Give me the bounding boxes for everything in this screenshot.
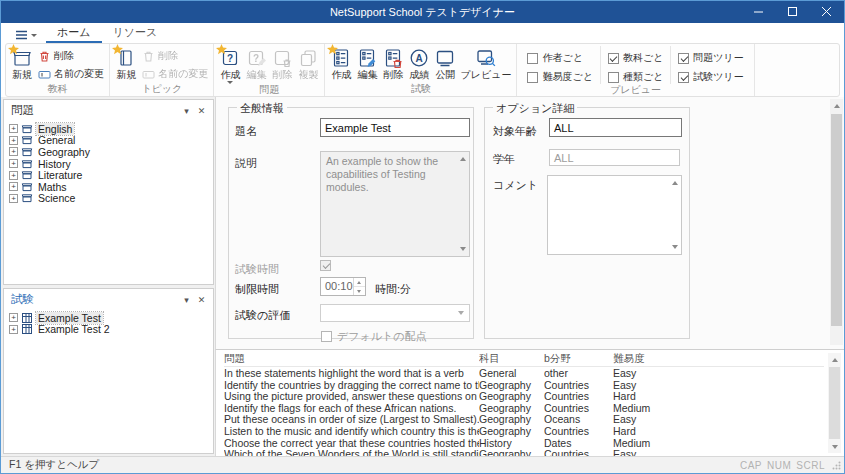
edit-question-button[interactable]: ? 編集 — [243, 46, 269, 80]
preview-check-item[interactable]: 教科ごと — [608, 51, 663, 65]
preview-check-label: 試験ツリー — [693, 70, 743, 84]
expand-plus-icon[interactable]: + — [9, 171, 18, 180]
delete-subject-button[interactable]: 削除 — [38, 49, 104, 63]
rename-subject-button[interactable]: 名前の変更 — [38, 67, 104, 81]
spinner-up-button[interactable] — [354, 278, 365, 287]
preview-check-item[interactable]: 種類ごと — [608, 70, 663, 84]
question-category-general[interactable]: +General — [9, 135, 213, 147]
exam-item-example-test[interactable]: +Example Test — [9, 312, 213, 324]
preview-check-item[interactable]: 難易度ごと — [527, 70, 592, 84]
column-header-item[interactable]: 問題 — [224, 352, 479, 366]
panel-close-button[interactable]: ✕ — [194, 104, 209, 118]
default-points-checkbox[interactable]: デフォルトの配点 — [321, 329, 427, 344]
scroll-down-icon[interactable] — [460, 247, 466, 251]
question-category-english[interactable]: +English — [9, 123, 213, 135]
question-category-science[interactable]: +Science — [9, 193, 213, 205]
expand-plus-icon[interactable]: + — [9, 194, 18, 203]
table-row[interactable]: Using the picture provided, answer these… — [224, 391, 824, 403]
expand-plus-icon[interactable]: + — [9, 159, 18, 168]
expand-plus-icon[interactable]: + — [9, 313, 18, 322]
table-row[interactable]: In these statements highlight the word t… — [224, 368, 824, 380]
grades-button[interactable]: A 成績 — [406, 46, 432, 80]
school-year-input[interactable]: ALL — [549, 149, 680, 166]
tree-item-label: General — [36, 134, 77, 146]
create-exam-icon — [330, 47, 352, 69]
panel-dropdown-button[interactable]: ▾ — [179, 293, 194, 307]
spinner-down-button[interactable] — [354, 287, 365, 295]
scroll-up-icon[interactable] — [672, 181, 678, 185]
preview-group-label: プレビュー — [520, 84, 750, 96]
edit-exam-button[interactable]: 編集 — [354, 46, 380, 80]
duplicate-question-button[interactable]: 複製 — [295, 46, 321, 80]
resize-grip-icon[interactable] — [832, 461, 841, 470]
exam-title-input[interactable]: Example Test — [320, 118, 470, 137]
exam-time-checkbox[interactable] — [320, 260, 331, 271]
edit-question-icon: ? — [245, 47, 267, 69]
preview-check-item[interactable]: 作者ごと — [527, 51, 592, 65]
table-row[interactable]: Identify the countries by dragging the c… — [224, 380, 824, 392]
rename-topic-button[interactable]: 名前の変更 — [142, 67, 208, 81]
table-row[interactable]: Which of the Seven Wonders of the World … — [224, 449, 824, 456]
table-cell: Geography — [479, 391, 544, 403]
table-row[interactable]: Listen to the music and identify which c… — [224, 426, 824, 438]
panel-close-button[interactable]: ✕ — [194, 293, 209, 307]
delete-exam-button[interactable]: 削除 — [380, 46, 406, 80]
maximize-button[interactable] — [776, 1, 810, 23]
app-menu-button[interactable] — [9, 30, 46, 43]
column-header-item[interactable]: 科目 — [479, 352, 544, 366]
evaluation-combobox[interactable] — [320, 304, 470, 322]
preview-check-item[interactable]: 試験ツリー — [678, 70, 743, 84]
expand-plus-icon[interactable]: + — [9, 182, 18, 191]
table-row[interactable]: Identify the flags for each of these Afr… — [224, 403, 824, 415]
ribbon-group-question: ? 作成 ? 編集 — [214, 44, 325, 96]
minimize-button[interactable] — [742, 1, 776, 23]
time-limit-spinner[interactable]: 00:10 — [320, 277, 366, 296]
ribbon-filler — [755, 44, 839, 96]
svg-text:?: ? — [253, 53, 259, 64]
table-row[interactable]: Choose the correct year that these count… — [224, 438, 824, 450]
exam-item-example-test-2[interactable]: +Example Test 2 — [9, 324, 213, 336]
new-topic-button[interactable]: 新規 — [113, 46, 139, 80]
scroll-up-icon[interactable] — [828, 353, 841, 366]
scroll-down-icon[interactable] — [672, 245, 678, 249]
new-subject-button[interactable]: 新規 — [9, 46, 35, 80]
question-category-maths[interactable]: +Maths — [9, 181, 213, 193]
column-header-b[interactable]: b分野 — [544, 352, 613, 366]
keyboard-indicators: CAPNUMSCRL — [740, 460, 830, 471]
description-textarea[interactable]: An example to show the capabilities of T… — [320, 151, 470, 257]
question-category-geography[interactable]: +Geography — [9, 146, 213, 158]
table-cell: Hard — [613, 426, 824, 438]
publish-button[interactable]: 公開 — [432, 46, 458, 80]
star-icon — [327, 44, 338, 55]
table-cell: Using the picture provided, answer these… — [224, 391, 479, 403]
delete-topic-button[interactable]: 削除 — [142, 49, 208, 63]
panel-dropdown-button[interactable]: ▾ — [179, 104, 194, 118]
question-category-history[interactable]: +History — [9, 158, 213, 170]
delete-question-button[interactable]: 削除 — [269, 46, 295, 80]
create-question-button[interactable]: ? 作成 — [217, 46, 243, 84]
expand-plus-icon[interactable]: + — [9, 147, 18, 156]
expand-plus-icon[interactable]: + — [9, 124, 18, 133]
target-age-input[interactable]: ALL — [549, 118, 682, 137]
expand-plus-icon[interactable]: + — [9, 325, 18, 334]
question-category-literature[interactable]: +Literature — [9, 169, 213, 181]
scroll-up-icon[interactable] — [460, 157, 466, 161]
table-row[interactable]: Put these oceans in order of size (Large… — [224, 414, 824, 426]
create-exam-button[interactable]: 作成 — [328, 46, 354, 80]
scroll-up-icon[interactable] — [830, 99, 843, 113]
preview-check-item[interactable]: 問題ツリー — [678, 51, 743, 65]
tab-home[interactable]: ホーム — [46, 24, 102, 43]
close-button[interactable] — [810, 1, 844, 23]
table-cell: General — [479, 368, 544, 380]
scrollbar-thumb[interactable] — [829, 367, 840, 439]
form-scrollbar[interactable] — [830, 99, 843, 345]
preview-button[interactable]: プレビュー — [458, 46, 513, 80]
description-label: 説明 — [235, 156, 257, 171]
tab-resources[interactable]: リソース — [102, 24, 169, 43]
expand-plus-icon[interactable]: + — [9, 136, 18, 145]
comment-textarea[interactable] — [547, 175, 682, 255]
scrollbar-thumb[interactable] — [831, 114, 842, 326]
scroll-down-icon[interactable] — [828, 440, 841, 453]
column-header-item[interactable]: 難易度 — [613, 352, 824, 366]
table-scrollbar[interactable] — [828, 353, 841, 453]
